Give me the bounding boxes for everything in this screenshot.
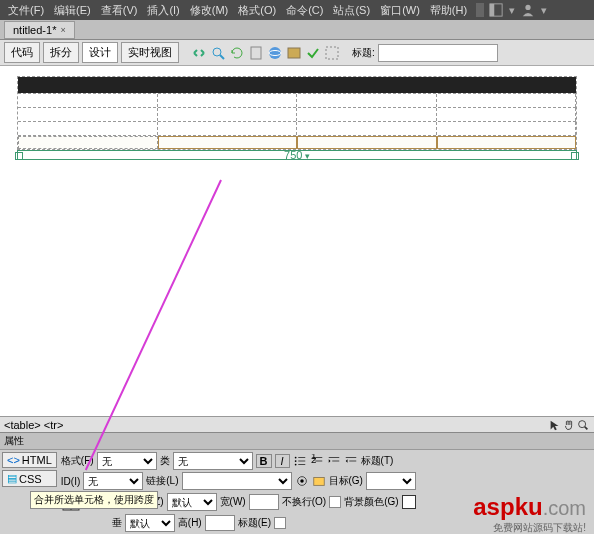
svg-point-2	[526, 5, 531, 10]
svg-rect-8	[288, 48, 300, 58]
design-canvas[interactable]: 750 ▾	[0, 66, 594, 416]
browse-icon[interactable]	[312, 474, 326, 488]
watermark: aspku.com 免费网站源码下载站!	[473, 493, 586, 535]
options-icon[interactable]	[286, 45, 302, 61]
table-element[interactable]	[17, 76, 577, 150]
format-select[interactable]: 无	[97, 452, 157, 470]
merge-tooltip: 合并所选单元格，使用跨度	[30, 491, 158, 509]
height-input[interactable]	[205, 515, 235, 531]
table-row[interactable]	[18, 121, 576, 135]
select-tool-icon[interactable]	[548, 418, 562, 432]
document-tab[interactable]: ntitled-1* ×	[4, 21, 75, 39]
title-attr-label: 标题(T)	[361, 454, 394, 468]
css-mode-button[interactable]: ▤CSS	[2, 470, 57, 487]
view-code-button[interactable]: 代码	[4, 42, 40, 63]
outdent-icon[interactable]	[327, 454, 341, 468]
menu-site[interactable]: 站点(S)	[329, 1, 374, 20]
tag-path[interactable]: <table> <tr>	[4, 419, 63, 431]
header-checkbox[interactable]	[274, 517, 286, 529]
menu-insert[interactable]: 插入(I)	[143, 1, 183, 20]
target-select[interactable]	[366, 472, 416, 490]
nowrap-checkbox[interactable]	[329, 496, 341, 508]
menu-edit[interactable]: 编辑(E)	[50, 1, 95, 20]
properties-title: 属性	[0, 433, 594, 450]
height-label: 高(H)	[178, 516, 202, 530]
table-row-selected[interactable]	[18, 135, 576, 149]
title-input[interactable]	[378, 44, 498, 62]
title-label: 标题:	[352, 46, 375, 60]
document-toolbar: 代码 拆分 设计 实时视图 标题:	[0, 40, 594, 66]
menu-bar: 文件(F) 编辑(E) 查看(V) 插入(I) 修改(M) 格式(O) 命令(C…	[0, 0, 594, 20]
link-label: 链接(L)	[146, 474, 178, 488]
bold-button[interactable]: B	[256, 454, 272, 468]
html-mode-button[interactable]: <>HTML	[2, 452, 57, 468]
class-label: 类	[160, 454, 170, 468]
svg-rect-28	[313, 478, 324, 486]
table-header-row[interactable]	[18, 77, 576, 93]
menu-modify[interactable]: 修改(M)	[186, 1, 233, 20]
view-live-button[interactable]: 实时视图	[121, 42, 179, 63]
preview-icon[interactable]	[267, 45, 283, 61]
visual-aids-icon[interactable]	[324, 45, 340, 61]
dropdown-arrow-icon[interactable]: ▾	[537, 2, 551, 19]
menu-format[interactable]: 格式(O)	[234, 1, 280, 20]
italic-button[interactable]: I	[275, 454, 290, 468]
bgcolor-well[interactable]	[402, 495, 416, 509]
vert-label: 垂	[112, 516, 122, 530]
width-label: 宽(W)	[220, 495, 246, 509]
svg-point-6	[269, 47, 281, 59]
refresh-icon[interactable]	[229, 45, 245, 61]
menu-divider	[476, 3, 484, 17]
vert-select[interactable]: 默认	[125, 514, 175, 532]
link-select[interactable]	[182, 472, 292, 490]
svg-rect-1	[490, 4, 494, 16]
dropdown-arrow-icon[interactable]: ▾	[505, 2, 519, 19]
close-icon[interactable]: ×	[60, 25, 65, 35]
svg-point-14	[294, 460, 296, 462]
svg-line-4	[220, 55, 224, 59]
check-icon[interactable]	[305, 45, 321, 61]
zoom-tool-icon[interactable]	[576, 418, 590, 432]
menu-commands[interactable]: 命令(C)	[282, 1, 327, 20]
table-row[interactable]	[18, 107, 576, 121]
width-input[interactable]	[249, 494, 279, 510]
target-label: 目标(G)	[329, 474, 363, 488]
tag-selector-bar: <table> <tr>	[0, 416, 594, 432]
svg-line-11	[585, 426, 588, 429]
class-select[interactable]: 无	[173, 452, 253, 470]
ol-icon[interactable]: 12	[310, 454, 324, 468]
nowrap-label: 不换行(O)	[282, 495, 326, 509]
svg-rect-9	[326, 47, 338, 59]
header-label: 标题(E)	[238, 516, 271, 530]
horiz-select[interactable]: 默认	[167, 493, 217, 511]
id-label: ID(I)	[61, 476, 80, 487]
svg-point-10	[579, 420, 586, 427]
link-target-icon[interactable]	[295, 474, 309, 488]
live-code-icon[interactable]	[191, 45, 207, 61]
width-ruler: 750 ▾	[17, 150, 577, 160]
layout-icon[interactable]	[489, 3, 503, 17]
menu-window[interactable]: 窗口(W)	[376, 1, 424, 20]
id-select[interactable]: 无	[83, 472, 143, 490]
document-tab-bar: ntitled-1* ×	[0, 20, 594, 40]
view-design-button[interactable]: 设计	[82, 42, 118, 63]
svg-text:2: 2	[310, 454, 315, 465]
tab-label: ntitled-1*	[13, 24, 56, 36]
svg-point-12	[294, 457, 296, 459]
svg-point-27	[300, 479, 304, 483]
indent-icon[interactable]	[344, 454, 358, 468]
hand-tool-icon[interactable]	[562, 418, 576, 432]
ul-icon[interactable]	[293, 454, 307, 468]
menu-file[interactable]: 文件(F)	[4, 1, 48, 20]
inspect-icon[interactable]	[210, 45, 226, 61]
view-split-button[interactable]: 拆分	[43, 42, 79, 63]
menu-help[interactable]: 帮助(H)	[426, 1, 471, 20]
svg-point-16	[294, 464, 296, 466]
bgcolor-label: 背景颜色(G)	[344, 495, 398, 509]
svg-point-3	[213, 48, 221, 56]
user-icon[interactable]	[521, 3, 535, 17]
menu-view[interactable]: 查看(V)	[97, 1, 142, 20]
file-icon[interactable]	[248, 45, 264, 61]
table-row[interactable]	[18, 93, 576, 107]
svg-rect-5	[251, 47, 261, 59]
